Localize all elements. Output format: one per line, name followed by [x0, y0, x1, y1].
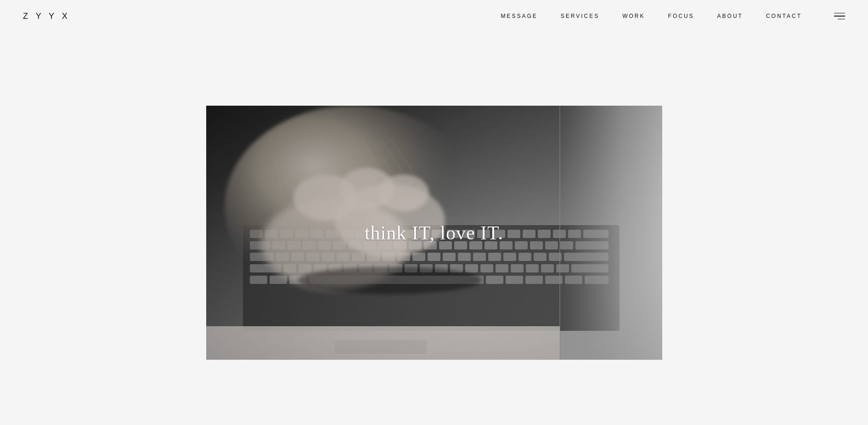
hero-tagline: think IT, love IT. [365, 222, 503, 244]
nav-item-contact[interactable]: CONTACT [766, 13, 802, 19]
hamburger-menu-icon[interactable] [834, 13, 845, 20]
nav-item-work[interactable]: WORK [622, 13, 645, 19]
nav-item-message[interactable]: MESSAGE [501, 13, 537, 19]
header: Z Y Y X MESSAGE SERVICES WORK FOCUS ABOU… [0, 0, 868, 32]
main-nav: MESSAGE SERVICES WORK FOCUS ABOUT CONTAC… [501, 13, 845, 20]
nav-item-services[interactable]: SERVICES [561, 13, 599, 19]
nav-item-about[interactable]: ABOUT [717, 13, 743, 19]
hero-image-container: think IT, love IT. [206, 106, 662, 360]
main-content: think IT, love IT. [0, 0, 868, 425]
logo[interactable]: Z Y Y X [23, 11, 70, 21]
nav-item-focus[interactable]: FOCUS [668, 13, 694, 19]
